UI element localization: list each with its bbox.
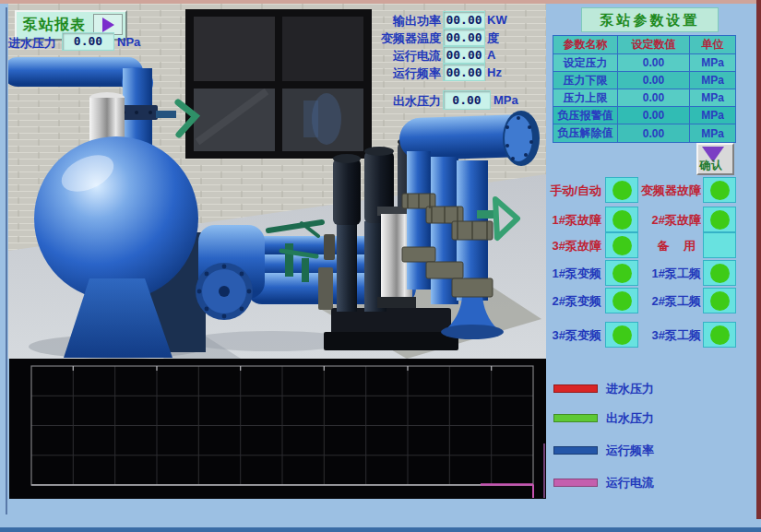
inlet-pressure-value: 0.00 [62,32,114,51]
legend-swatch-current [553,479,598,487]
play-arrow-icon [102,18,114,32]
indicator-label-pump3-fault: 3#泵故障 [539,238,601,254]
legend-label-current: 运行电流 [606,475,654,491]
settings-panel-title: 泵站参数设置 [581,7,719,32]
lamp-pump3-vfd [605,322,638,348]
param-value-input[interactable]: 0.00 [618,107,690,124]
frame-right-border [756,0,761,519]
inverter-temp-value: 00.00 [443,29,485,46]
output-power-unit: KW [487,13,507,27]
inlet-pressure-unit: NPa [117,35,140,49]
output-power-label: 输出功率 [341,13,441,30]
param-value-input[interactable]: 0.00 [618,124,690,142]
legend-label-inlet: 进水压力 [606,381,654,397]
indicator-label-manual-auto: 手动/自动 [539,183,601,199]
legend-swatch-inlet [553,384,598,393]
param-unit: MPa [690,72,735,89]
confirm-button-label: 确认 [699,158,723,173]
lamp-dot [612,210,632,230]
run-frequency-unit: Hz [487,65,502,79]
frame-bottom-border [0,527,761,532]
lamp-inverter-fault [703,177,736,203]
indicator-label-pump1-mains: 1#泵工频 [638,266,701,282]
inverter-temp-unit: 度 [487,30,499,47]
lamp-dot [612,181,632,200]
run-current-unit: A [487,48,495,62]
pump-station-hmi-screen: 泵站报表 进水压力 0.00 NPa 输出功率 00.00 KW 变频器温度 0… [0,0,761,532]
col-header-name: 参数名称 [553,36,618,54]
frame-top-border [0,0,761,4]
legend-swatch-frequency [553,446,598,455]
param-unit: MPa [690,107,735,124]
lamp-pump2-fault [703,207,736,232]
legend-label-frequency: 运行频率 [606,443,654,459]
indicator-label-pump1-vfd: 1#泵变频 [539,266,601,282]
lamp-pump3-mains [703,322,736,348]
inlet-pressure-label: 进水压力 [8,35,56,52]
lamp-dot [612,264,632,283]
output-power-value: 00.00 [443,11,485,29]
col-header-value: 设定数值 [618,36,690,54]
param-unit: MPa [690,89,735,107]
outlet-pressure-label: 出水压力 [332,93,441,110]
indicator-label-pump3-mains: 3#泵工频 [638,327,701,344]
current-trace [481,443,544,498]
settings-table: 参数名称 设定数值 单位 设定压力 0.00 MPa 压力下限 0.00 MPa… [553,35,736,143]
param-name: 设定压力 [553,54,618,72]
param-name: 负压解除值 [553,124,618,142]
run-current-label: 运行电流 [341,48,441,65]
param-value-input[interactable]: 0.00 [618,89,690,107]
lamp-pump1-mains [703,260,736,286]
frame-left-border [6,7,7,514]
confirm-button[interactable]: 确认 [696,143,734,175]
lamp-dot [710,181,730,200]
pressure-tank [34,136,198,301]
legend-label-outlet: 出水压力 [606,410,654,427]
lamp-pump2-mains [703,288,736,313]
indicator-label-pump1-fault: 1#泵故障 [539,212,601,229]
lamp-pump1-fault [605,207,638,232]
param-value-input[interactable]: 0.00 [618,72,690,89]
trend-chart [9,359,546,499]
lamp-dot [612,325,632,345]
param-unit: MPa [690,54,735,72]
indicator-label-inverter-fault: 变频器故障 [638,183,701,199]
indicator-label-pump2-mains: 2#泵工频 [638,293,701,310]
param-unit: MPa [690,124,735,142]
lamp-dot [710,325,730,345]
lamp-spare [703,232,736,258]
param-name: 负压报警值 [553,107,618,124]
col-header-unit: 单位 [690,36,735,54]
inverter-temp-label: 变频器温度 [341,30,441,47]
indicator-label-pump3-vfd: 3#泵变频 [539,327,601,344]
indicator-label-pump2-vfd: 2#泵变频 [539,293,601,310]
trend-chart-grid [9,359,546,499]
param-name: 压力上限 [553,89,618,107]
outlet-pressure-unit: MPa [493,93,518,107]
run-frequency-value: 00.00 [443,64,485,81]
lamp-pump1-vfd [605,260,638,286]
legend-swatch-outlet [553,414,598,422]
lamp-dot [710,264,730,283]
lamp-manual-auto [605,177,638,203]
indicator-label-pump2-fault: 2#泵故障 [638,212,701,229]
run-current-value: 00.00 [443,46,485,64]
lamp-dot [612,291,632,311]
lamp-pump2-vfd [605,288,638,313]
lamp-dot [710,291,730,311]
param-value-input[interactable]: 0.00 [618,54,690,72]
run-frequency-label: 运行频率 [341,65,441,82]
indicator-label-spare: 备 用 [638,238,701,254]
lamp-dot [710,210,730,230]
param-name: 压力下限 [553,72,618,89]
outlet-pressure-value: 0.00 [443,90,491,110]
lamp-pump3-fault [605,232,638,258]
lamp-dot [612,236,632,255]
